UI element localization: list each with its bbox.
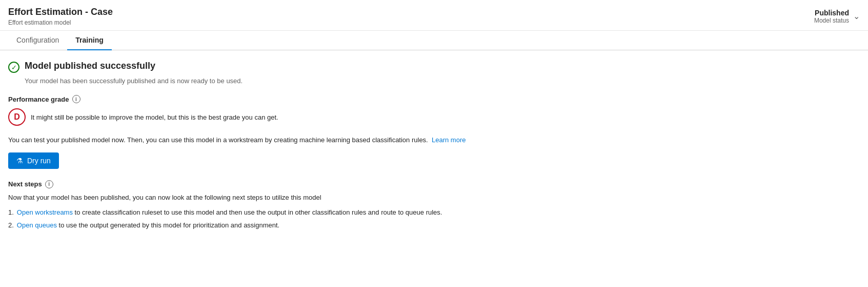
- chevron-down-icon: ⌄: [853, 11, 860, 21]
- performance-grade-label: Performance grade i: [8, 95, 860, 103]
- status-sublabel: Model status: [814, 17, 849, 24]
- info-text: You can test your published model now. T…: [8, 135, 860, 145]
- flask-icon: ⚗: [16, 157, 23, 165]
- learn-more-link[interactable]: Learn more: [432, 136, 466, 144]
- performance-grade-info-icon[interactable]: i: [72, 95, 80, 103]
- dry-run-button[interactable]: ⚗ Dry run: [8, 152, 59, 169]
- status-label: Published: [815, 9, 849, 17]
- performance-grade-section: Performance grade i D It might still be …: [8, 95, 860, 126]
- grade-description: It might still be possible to improve th…: [31, 113, 278, 121]
- main-content: ✓ Model published successfully Your mode…: [0, 50, 868, 244]
- page-header: Effort Estimation - Case Effort estimati…: [0, 0, 868, 31]
- tab-configuration[interactable]: Configuration: [8, 31, 67, 50]
- model-status-text: Published Model status: [814, 9, 849, 24]
- tab-bar: Configuration Training: [0, 31, 868, 50]
- open-queues-link[interactable]: Open queues: [17, 221, 57, 229]
- next-steps-label: Next steps i: [8, 180, 860, 188]
- open-workstreams-link[interactable]: Open workstreams: [17, 208, 73, 216]
- step-1: 1. Open workstreams to create classifica…: [8, 207, 860, 218]
- success-banner: ✓ Model published successfully: [8, 61, 860, 73]
- next-steps-section: Next steps i Now that your model has bee…: [8, 180, 860, 231]
- grade-badge: D: [8, 108, 26, 126]
- header-left: Effort Estimation - Case Effort estimati…: [8, 6, 113, 26]
- step-2: 2. Open queues to use the output generat…: [8, 220, 860, 231]
- next-steps-info-icon[interactable]: i: [45, 180, 53, 188]
- model-status-button[interactable]: Published Model status ⌄: [814, 9, 860, 24]
- next-steps-description: Now that your model has been published, …: [8, 194, 860, 201]
- success-title: Model published successfully: [25, 61, 155, 71]
- page-subtitle: Effort estimation model: [8, 19, 113, 26]
- success-description: Your model has been successfully publish…: [25, 77, 860, 85]
- page-title: Effort Estimation - Case: [8, 6, 113, 18]
- success-check-icon: ✓: [8, 62, 19, 73]
- grade-row: D It might still be possible to improve …: [8, 108, 860, 126]
- tab-training[interactable]: Training: [67, 31, 111, 50]
- steps-list: 1. Open workstreams to create classifica…: [8, 207, 860, 231]
